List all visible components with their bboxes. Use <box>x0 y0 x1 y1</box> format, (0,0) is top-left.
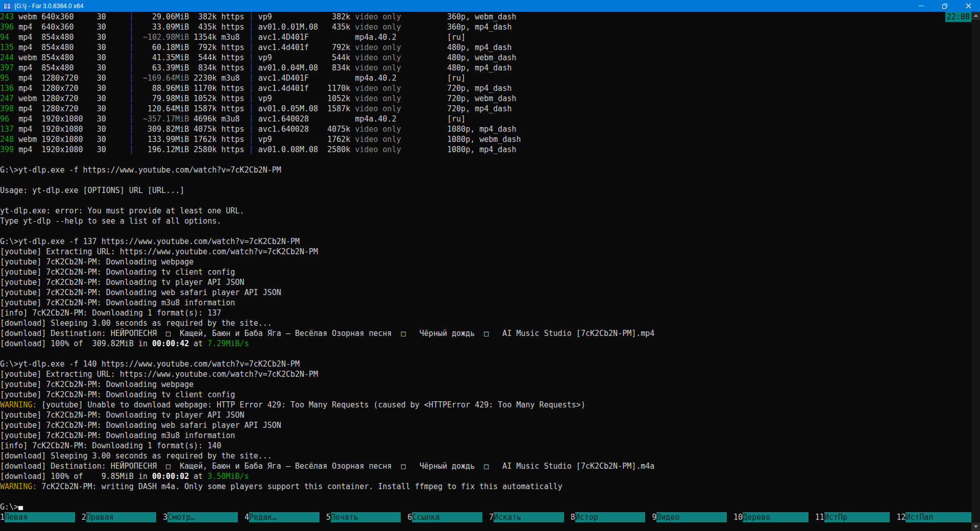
console-text: mp4 854x480 30 <box>18 33 129 42</box>
keybar-f12[interactable]: 12ИстПап <box>896 512 971 522</box>
console-text: av01.0.04M.08 834k <box>254 63 355 73</box>
keybar-label: Ссылка <box>412 512 482 522</box>
console-text: 435k https <box>189 22 249 32</box>
console-text: 79.98MiB <box>134 94 189 103</box>
console-line: [youtube] Extracting URL: https://www.yo… <box>0 369 971 379</box>
console-text: │ <box>249 104 254 113</box>
keybar-label: Истор <box>575 512 646 522</box>
console-line: [download] Destination: НЕЙРОПЕСНЯ □ Кащ… <box>0 328 971 339</box>
close-icon <box>966 3 971 9</box>
keybar-f3[interactable]: 3Смотр… <box>163 512 244 522</box>
console-line: [download] Destination: НЕЙРОПЕСНЯ □ Кащ… <box>0 461 971 471</box>
console-text: 133.99MiB <box>134 135 189 144</box>
console-text: │ <box>249 43 254 52</box>
console-text: 00:00:42 <box>152 339 189 348</box>
keybar-f5[interactable]: 5Печать <box>326 512 408 522</box>
minimize-button[interactable] <box>910 0 933 12</box>
keybar-f7[interactable]: 7Искать <box>489 512 571 522</box>
console-text: │ <box>249 22 254 32</box>
console-line: [download] Sleeping 3.00 seconds as requ… <box>0 318 971 328</box>
keybar-f2[interactable]: 2Правая <box>82 512 163 522</box>
console-line: [youtube] 7cK2Cb2N-PM: Downloading webpa… <box>0 379 971 390</box>
console-text: 792k https <box>189 43 249 52</box>
format-table-row: 247 webm 1280x720 30 │ 79.98MiB 1052k ht… <box>0 93 971 104</box>
scroll-down-arrow-icon[interactable] <box>971 523 980 531</box>
scroll-up-arrow-icon[interactable] <box>971 12 980 20</box>
console-text: │ <box>249 135 254 144</box>
console-text: 196.12MiB <box>134 145 189 154</box>
close-button[interactable] <box>957 0 980 12</box>
console-text: avc1.4d401f 1170k <box>254 84 355 93</box>
console-text: │ <box>129 104 134 113</box>
console-line: [youtube] 7cK2Cb2N-PM: Downloading tv pl… <box>0 410 971 420</box>
console-text: avc1.640028 <box>254 114 355 124</box>
console-line: WARNING: [youtube] Unable to download we… <box>0 400 971 410</box>
console-text: video only <box>355 125 401 134</box>
console-text: avc1.4D401F <box>254 33 355 42</box>
console-text: mp4 640x360 30 <box>18 22 129 32</box>
console-text: │ <box>129 63 134 73</box>
console-text: mp4 1280x720 30 <box>18 84 129 93</box>
console-line: [info] 7cK2Cb2N-PM: Downloading 1 format… <box>0 441 971 451</box>
console-text: mp4 1280x720 30 <box>18 74 129 83</box>
console-text: av01.0.01M.08 435k <box>254 22 355 32</box>
console-text: mp4 1280x720 30 <box>18 104 129 113</box>
console-text: 4696k m3u8 <box>189 114 249 124</box>
console-text: [ru] <box>401 114 465 124</box>
console-text: 7cK2Cb2N-PM: writing DASH m4a. Only some… <box>37 482 562 491</box>
console-text: 399 <box>0 145 18 154</box>
restore-button[interactable] <box>933 0 957 12</box>
console-text: 1587k https <box>189 104 249 113</box>
keybar-f11[interactable]: 11ИстПр <box>815 512 897 522</box>
console-text: avc1.4d401f 792k <box>254 43 355 52</box>
console-text: G:\>yt-dlp.exe -f 140 https://www.youtub… <box>0 359 300 369</box>
console-text: 480p, mp4_dash <box>401 63 512 73</box>
clock: 22:08 <box>945 12 971 22</box>
console-line: [youtube] 7cK2Cb2N-PM: Downloading web s… <box>0 420 971 430</box>
console-text: G:\> <box>0 502 18 512</box>
console-text: mp4a.40.2 <box>355 114 401 124</box>
format-table-row: 398 mp4 1280x720 30 │ 120.64MiB 1587k ht… <box>0 104 971 114</box>
keybar-number: 11 <box>815 512 824 522</box>
console-text: 1762k https <box>189 135 249 144</box>
keybar-number: 8 <box>571 512 575 522</box>
keybar-f6[interactable]: 6Ссылка <box>407 512 489 522</box>
console-text: [youtube] 7cK2Cb2N-PM: Downloading webpa… <box>0 380 193 389</box>
console-text: Type yt-dlp --help to see a list of all … <box>0 216 221 226</box>
console-text: 3.50MiB/s <box>207 472 249 481</box>
format-table-row: 399 mp4 1920x1080 30 │ 196.12MiB 2580k h… <box>0 144 971 155</box>
keybar-f10[interactable]: 10Дерево <box>733 512 815 522</box>
console-text: │ <box>129 114 134 124</box>
console-text: 4075k https <box>189 125 249 134</box>
console-text: │ <box>249 84 254 93</box>
console-text: 1354k m3u8 <box>189 33 249 42</box>
format-table-row: 244 webm 854x480 30 │ 41.35MiB 544k http… <box>0 53 971 63</box>
scrollbar[interactable] <box>971 12 980 531</box>
keybar-f4[interactable]: 4Редак… <box>244 512 326 522</box>
window-controls <box>910 0 980 12</box>
keybar-number: 12 <box>896 512 905 522</box>
console-text: ~357.17MiB <box>134 114 189 124</box>
console-line: [youtube] 7cK2Cb2N-PM: Downloading web s… <box>0 287 971 298</box>
console-text: 834k https <box>189 63 249 73</box>
console-line: [download] 100% of 309.82MiB in 00:00:42… <box>0 339 971 349</box>
titlebar[interactable]: {G:\} - Far 3.0.6364.0 x64 <box>0 0 980 12</box>
format-table-row: 136 mp4 1280x720 30 │ 88.96MiB 1170k htt… <box>0 83 971 93</box>
console-text: [youtube] Unable to download webpage: HT… <box>37 400 585 409</box>
console-text: 396 <box>0 22 18 32</box>
keybar-number: 9 <box>652 512 656 522</box>
console-text: [info] 7cK2Cb2N-PM: Downloading 1 format… <box>0 441 221 450</box>
keybar-f8[interactable]: 8Истор <box>571 512 652 522</box>
console-text: 382k https <box>189 12 249 21</box>
format-table-row: 94 mp4 854x480 30 │ ~102.98MiB 1354k m3u… <box>0 32 971 42</box>
keybar-f1[interactable]: 1Левая <box>0 512 82 522</box>
keybar-f9[interactable]: 9Видео <box>652 512 733 522</box>
console-text: mp4 1920x1080 30 <box>18 145 129 154</box>
console-text: 00:00:02 <box>152 472 189 481</box>
console-text: 1170k https <box>189 84 249 93</box>
format-table-row: 95 mp4 1280x720 30 │ ~169.64MiB 2230k m3… <box>0 73 971 83</box>
console-text: │ <box>129 43 134 52</box>
keybar-label: ИстПап <box>905 512 971 522</box>
console-text: │ <box>129 74 134 83</box>
console-output[interactable]: 243 webm 640x360 30 │ 29.06MiB 382k http… <box>0 12 971 531</box>
